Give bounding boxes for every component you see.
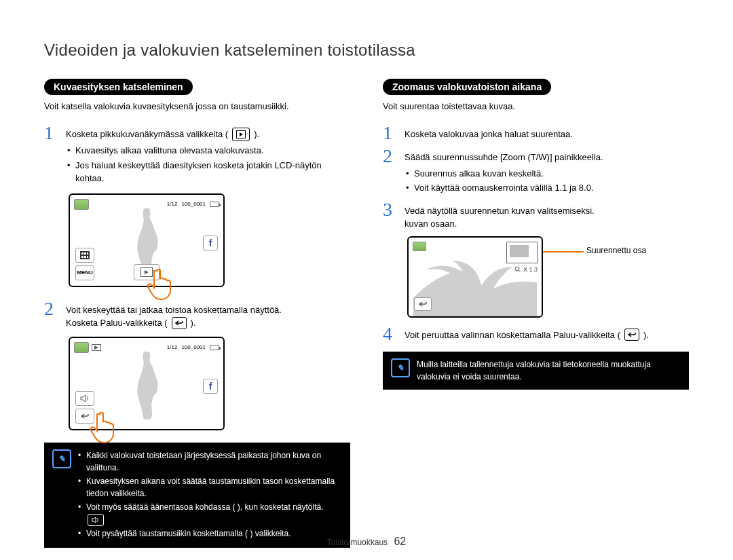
- note-item: Kuvaesityksen aikana voit säätää taustam…: [78, 475, 342, 500]
- step-number: 4: [383, 324, 398, 343]
- footer-page-number: 62: [394, 536, 406, 547]
- battery-icon: [210, 345, 219, 350]
- lcd-mock-1: 1/12 100_0001 f MENU: [69, 193, 225, 287]
- note-icon: ✎: [52, 449, 71, 468]
- menu-button[interactable]: MENU: [75, 265, 94, 280]
- right-column: Zoomaus valokuvatoiston aikana Voit suur…: [383, 79, 689, 548]
- right-step-4: 4 Voit peruuttaa valinnan koskettamalla …: [383, 324, 689, 343]
- step2-line2-pre: Kosketa Paluu-valikkeita (: [66, 316, 168, 330]
- callout-line: [543, 251, 584, 253]
- left-note: ✎ Kaikki valokuvat toistetaan järjestyks…: [44, 443, 350, 548]
- right-step-1: 1 Kosketa valokuvaa jonka haluat suurent…: [383, 124, 689, 143]
- step-number: 1: [383, 124, 398, 143]
- touch-hand-icon: [88, 410, 117, 444]
- left-step-1: 1 Kosketa pikkukuvanäkymässä valikkeita …: [44, 124, 350, 187]
- right-heading-pill: Zoomaus valokuvatoiston aikana: [383, 79, 551, 95]
- photo-thumb-icon: [74, 342, 89, 353]
- left-column: Kuvaesityksen katseleminen Voit katsella…: [44, 79, 350, 548]
- right-intro: Voit suurentaa toistettavaa kuvaa.: [383, 100, 689, 113]
- filename: 100_0001: [181, 201, 206, 207]
- photo-thumb-icon: [74, 199, 89, 210]
- slideshow-play-icon: [232, 128, 250, 141]
- step2-line1: Säädä suurennussuhde [Zoom (T/W)] painik…: [405, 151, 689, 164]
- bullet: Kuvaesitys alkaa valittuna olevasta valo…: [66, 144, 350, 157]
- photo-thumb-icon: [413, 242, 426, 251]
- footer-section: Toisto/muokkaus: [327, 538, 388, 547]
- silhouette-icon: [123, 352, 170, 419]
- step2-line1: Voit keskeyttää tai jatkaa toistoa koske…: [66, 303, 350, 317]
- bullet: Suurennus alkaa kuvan keskeltä.: [405, 167, 689, 181]
- touch-hand-icon: [145, 267, 174, 301]
- step1-text: Kosketa valokuvaa jonka haluat suurentaa…: [405, 129, 573, 139]
- svg-marker-12: [81, 395, 86, 402]
- back-button[interactable]: [414, 297, 432, 311]
- lcd-mock-2: 1/12 100_0001 f: [69, 337, 225, 430]
- step3-line1: Vedä näytöllä suurennetun kuvan valitsem…: [405, 204, 689, 218]
- left-heading-pill: Kuvaesityksen katseleminen: [44, 79, 193, 95]
- step3-line2: kuvan osaan.: [405, 217, 689, 231]
- step2-line2-post: ).: [191, 316, 196, 330]
- bullet: Jos haluat keskeyttää diaesityksen koske…: [66, 159, 350, 185]
- svg-rect-8: [87, 256, 88, 258]
- speaker-icon: [88, 514, 104, 526]
- step1-text-after: ).: [254, 128, 259, 141]
- right-step-2: 2 Säädä suurennussuhde [Zoom (T/W)] pain…: [383, 147, 689, 196]
- note-text: Muilla laitteilla tallennettuja valokuvi…: [417, 358, 681, 383]
- svg-marker-11: [94, 346, 98, 350]
- step-number: 2: [44, 299, 59, 318]
- svg-rect-4: [84, 253, 86, 255]
- back-icon: [624, 329, 639, 341]
- step4-post: ).: [643, 329, 649, 342]
- counter: 1/12: [167, 201, 178, 207]
- svg-rect-7: [84, 256, 86, 258]
- svg-marker-13: [92, 517, 96, 523]
- svg-rect-5: [87, 253, 88, 255]
- speaker-button[interactable]: [75, 391, 94, 406]
- right-note: ✎ Muilla laitteilla tallennettuja valoku…: [383, 352, 689, 390]
- filename: 100_0001: [181, 344, 206, 350]
- zoom-lcd-mock: X 1.3: [407, 236, 543, 318]
- step1-bullets: Kuvaesitys alkaa valittuna olevasta valo…: [66, 144, 350, 185]
- left-intro: Voit katsella valokuvia kuvaesityksenä j…: [44, 100, 350, 113]
- back-icon: [172, 317, 187, 329]
- svg-rect-2: [80, 251, 90, 259]
- page-title: Videoiden ja valokuvien katseleminen toi…: [44, 41, 689, 60]
- callout-label: Suurennettu osa: [586, 246, 646, 255]
- bullet: Voit käyttää oomauskerrointa välillä 1.1…: [405, 181, 689, 195]
- note-item: Voit myös säätää äänentasoa kohdassa ( )…: [78, 501, 342, 526]
- left-step-2: 2 Voit keskeyttää tai jatkaa toistoa kos…: [44, 299, 350, 330]
- svg-rect-6: [81, 256, 83, 258]
- note-item: Kaikki valokuvat toistetaan järjestykses…: [78, 449, 342, 474]
- page-footer: Toisto/muokkaus 62: [0, 536, 733, 548]
- svg-rect-3: [81, 253, 83, 255]
- svg-marker-1: [240, 132, 243, 136]
- facebook-icon: f: [203, 379, 218, 394]
- note-icon: ✎: [391, 358, 410, 377]
- facebook-icon: f: [203, 236, 218, 250]
- right-step-3: 3 Vedä näytöllä suurennetun kuvan valits…: [383, 200, 689, 231]
- step-number: 1: [44, 124, 59, 143]
- step-number: 3: [383, 200, 398, 219]
- battery-icon: [210, 202, 219, 207]
- step1-text: Kosketa pikkukuvanäkymässä valikkeita (: [66, 128, 228, 141]
- grid-button[interactable]: [75, 248, 94, 263]
- step-number: 2: [383, 147, 398, 166]
- zoom-minimap-viewport: [510, 245, 529, 257]
- step4-pre: Voit peruuttaa valinnan koskettamalla Pa…: [405, 329, 620, 342]
- counter: 1/12: [167, 344, 178, 350]
